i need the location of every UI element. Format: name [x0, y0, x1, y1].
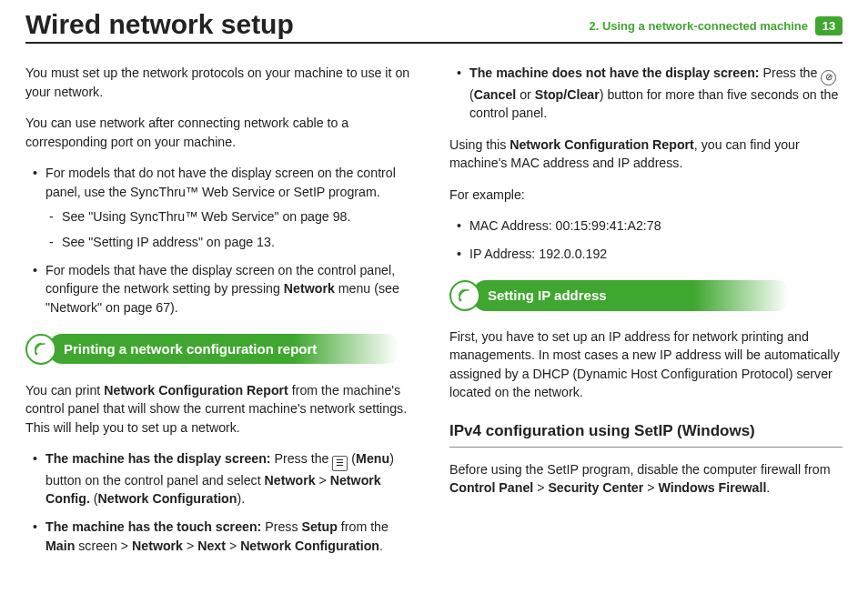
section-heading-printing-report: Printing a network configuration report — [25, 334, 419, 365]
list-item: IP Address: 192.0.0.192 — [449, 245, 843, 264]
list-item: The machine has the display screen: Pres… — [25, 449, 419, 508]
content-columns: You must set up the network protocols on… — [25, 64, 843, 568]
list-item: MAC Address: 00:15:99:41:A2:78 — [449, 216, 843, 236]
right-column: The machine does not have the display sc… — [449, 64, 843, 568]
bold-text: Windows Firewall — [658, 480, 766, 495]
instructions-list: The machine has the display screen: Pres… — [25, 449, 419, 555]
instructions-list-cont: The machine does not have the display sc… — [449, 64, 843, 123]
wifi-icon — [449, 280, 480, 311]
section-title: Setting IP address — [473, 280, 789, 311]
svg-point-0 — [35, 352, 38, 355]
bold-text: Security Center — [548, 480, 643, 495]
sub-list: See "Using SyncThru™ Web Service" on pag… — [45, 207, 419, 252]
paragraph: Using this Network Configuration Report,… — [449, 136, 843, 173]
bold-text: Network — [265, 473, 316, 488]
header-meta: 2. Using a network-connected machine 13 — [589, 9, 843, 35]
sub-heading-ipv4: IPv4 configuration using SetIP (Windows) — [449, 420, 843, 448]
text: Press the — [760, 65, 822, 80]
list-item: For models that have the display screen … — [25, 261, 419, 317]
bold-text: The machine has the touch screen: — [45, 519, 261, 534]
list-item: See "Using SyncThru™ Web Service" on pag… — [45, 207, 419, 226]
list-item: The machine does not have the display sc… — [449, 64, 843, 123]
list-text: For models that do not have the display … — [45, 166, 396, 199]
bold-text: Network — [132, 539, 183, 553]
svg-point-1 — [459, 298, 462, 301]
menu-icon: ☰ — [332, 456, 348, 471]
text: Before using the SetIP program, disable … — [449, 462, 830, 477]
page-header: Wired network setup 2. Using a network-c… — [25, 9, 843, 44]
section-paragraph: You can print Network Configuration Repo… — [25, 381, 419, 438]
text: You can print — [25, 383, 104, 398]
bold-text: Stop/Clear — [535, 87, 600, 102]
paragraph: Before using the SetIP program, disable … — [449, 460, 843, 498]
example-list: MAC Address: 00:15:99:41:A2:78 IP Addres… — [449, 216, 843, 263]
left-column: You must set up the network protocols on… — [25, 64, 419, 568]
chapter-label: 2. Using a network-connected machine — [589, 19, 808, 33]
intro-paragraph-2: You can use network after connecting net… — [25, 114, 419, 151]
text: Press the — [271, 451, 333, 466]
section-heading-setting-ip: Setting IP address — [449, 280, 843, 311]
cancel-icon: ⊘ — [821, 70, 836, 86]
bold-text: Network Configuration — [98, 491, 237, 506]
text: or — [516, 87, 535, 102]
section-paragraph: First, you have to set up an IP address … — [449, 327, 843, 402]
bold-text: Menu — [356, 451, 389, 466]
bold-text: Network Configuration Report — [104, 383, 288, 398]
bold-text: Control Panel — [449, 480, 533, 495]
page: Wired network setup 2. Using a network-c… — [0, 0, 868, 614]
example-label: For example: — [449, 186, 843, 205]
list-item: For models that do not have the display … — [25, 164, 419, 251]
bold-text: Network Configuration — [240, 539, 379, 553]
section-title: Printing a network configuration report — [49, 334, 399, 365]
bold-text: Network Configuration Report — [510, 137, 694, 152]
text: from the — [338, 519, 389, 534]
text: Press — [261, 519, 301, 534]
page-number-badge: 13 — [815, 16, 843, 35]
notes-list: For models that do not have the display … — [25, 164, 419, 317]
text: screen > — [75, 539, 132, 553]
bold-text: Cancel — [474, 87, 517, 102]
bold-text: Network — [284, 281, 335, 296]
bold-text: The machine does not have the display sc… — [469, 65, 760, 80]
wifi-icon — [25, 334, 56, 365]
bold-text: Main — [45, 539, 75, 553]
page-title: Wired network setup — [25, 9, 294, 40]
bold-text: Setup — [301, 519, 337, 534]
intro-paragraph: You must set up the network protocols on… — [25, 64, 419, 101]
text: Using this — [449, 137, 510, 152]
bold-text: The machine has the display screen: — [45, 451, 271, 466]
list-item: See "Setting IP address" on page 13. — [45, 233, 419, 252]
bold-text: Next — [197, 539, 226, 553]
list-item: The machine has the touch screen: Press … — [25, 518, 419, 555]
